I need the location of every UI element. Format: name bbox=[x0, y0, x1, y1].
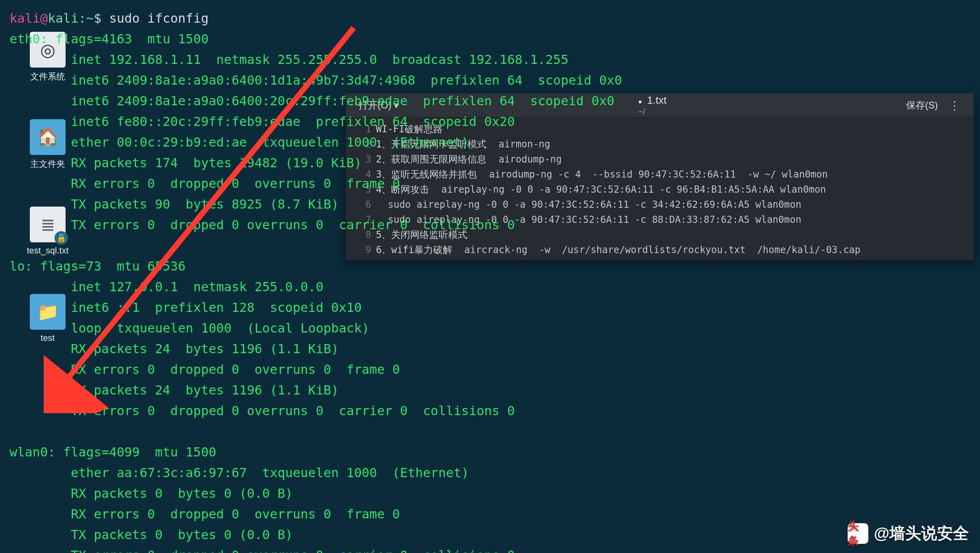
terminal-output[interactable]: kali@kali:~$ sudo ifconfig eth0: flags=4… bbox=[0, 0, 980, 553]
editor-line[interactable]: sudo aireplay-ng -0 0 -a 90:47:3C:52:6A:… bbox=[376, 197, 974, 212]
iface-line: TX errors 0 dropped 0 overruns 0 carrier… bbox=[71, 548, 515, 553]
line-number: 9 bbox=[346, 242, 371, 257]
home-icon: 🏠 bbox=[30, 119, 66, 155]
iface-line: RX packets 24 bytes 1196 (1.1 KiB) bbox=[71, 341, 339, 356]
watermark-text: @墙头说安全 bbox=[874, 522, 969, 544]
icon-label: 文件系统 bbox=[16, 71, 79, 83]
editor-subtitle: ~/ bbox=[638, 107, 666, 116]
iface-line: RX errors 0 dropped 0 overruns 0 frame 0 bbox=[71, 507, 400, 522]
line-number: 6 bbox=[346, 197, 371, 212]
editor-title: ● 1.txt ~/ bbox=[638, 94, 666, 116]
iface-line: inet 192.168.1.11 netmask 255.255.255.0 … bbox=[71, 52, 568, 67]
folder-icon: 📁 bbox=[30, 294, 66, 330]
terminal-command[interactable]: sudo ifconfig bbox=[109, 11, 208, 26]
icon-label: test bbox=[16, 333, 79, 343]
iface-line: inet6 fe80::20c:29ff:feb9:edae prefixlen… bbox=[71, 114, 515, 129]
iface-line: TX errors 0 dropped 0 overruns 0 carrier… bbox=[71, 403, 515, 418]
document-icon: ≣🔒 bbox=[30, 207, 66, 242]
iface-line: inet6 2409:8a1e:a9a0:6400:1d1a:49b7:3d47… bbox=[71, 73, 622, 88]
iface-line: RX packets 0 bytes 0 (0.0 B) bbox=[71, 486, 293, 501]
desktop-icon-testsql[interactable]: ≣🔒 test_sql.txt bbox=[16, 207, 79, 256]
iface-line: TX errors 0 dropped 0 overruns 0 carrier… bbox=[71, 217, 515, 232]
iface-header: lo: flags=73 mtu 65536 bbox=[10, 259, 186, 274]
watermark: 头条 @墙头说安全 bbox=[848, 522, 969, 544]
iface-line: RX errors 0 dropped 0 overruns 0 frame 0 bbox=[71, 362, 400, 377]
iface-line: inet6 ::1 prefixlen 128 scopeid 0x10 bbox=[71, 300, 362, 315]
iface-line: TX packets 90 bytes 8925 (8.7 KiB) bbox=[71, 197, 339, 212]
iface-line: ether 00:0c:29:b9:ed:ae txqueuelen 1000 … bbox=[71, 135, 469, 150]
editor-line[interactable]: 4、断网攻击aireplay-ng -0 0 -a 90:47:3C:52:6A… bbox=[376, 182, 974, 197]
modified-icon: ● bbox=[638, 98, 642, 105]
watermark-logo: 头条 bbox=[848, 523, 868, 544]
desktop-icon-home[interactable]: 🏠 主文件夹 bbox=[16, 119, 79, 170]
iface-line: RX errors 0 dropped 0 overruns 0 frame 0 bbox=[71, 176, 400, 191]
desktop-icon-test[interactable]: 📁 test bbox=[16, 294, 79, 343]
icon-label: 主文件夹 bbox=[16, 158, 79, 170]
iface-line: inet6 2409:8a1e:a9a0:6400:20c:29ff:feb9:… bbox=[71, 93, 614, 108]
editor-line[interactable]: 6、wifi暴力破解aircrack-ng -w /usr/share/word… bbox=[376, 242, 974, 257]
iface-line: TX packets 24 bytes 1196 (1.1 KiB) bbox=[71, 383, 339, 398]
iface-line: TX packets 0 bytes 0 (0.0 B) bbox=[71, 527, 293, 542]
iface-header: eth0: flags=4163 mtu 1500 bbox=[10, 31, 209, 46]
iface-line: RX packets 174 bytes 19482 (19.0 KiB) bbox=[71, 155, 362, 170]
iface-line: inet 127.0.0.1 netmask 255.0.0.0 bbox=[71, 279, 323, 294]
iface-header: wlan0: flags=4099 mtu 1500 bbox=[10, 445, 216, 460]
iface-line: ether aa:67:3c:a6:97:67 txqueuelen 1000 … bbox=[71, 465, 469, 480]
editor-save-button[interactable]: 保存(S) bbox=[901, 97, 943, 114]
terminal-prompt: kali@kali:~$ bbox=[10, 11, 109, 26]
editor-line[interactable]: 3、监听无线网络并抓包airodump-ng -c 4 --bssid 90:4… bbox=[376, 167, 974, 182]
editor-menu-button[interactable]: ⋮ bbox=[943, 97, 966, 114]
icon-label: test_sql.txt bbox=[16, 246, 79, 256]
iface-line: loop txqueuelen 1000 (Local Loopback) bbox=[71, 321, 369, 336]
lock-icon: 🔒 bbox=[54, 231, 68, 245]
editor-line[interactable]: 2、获取周围无限网络信息airodump-ng bbox=[376, 152, 974, 167]
